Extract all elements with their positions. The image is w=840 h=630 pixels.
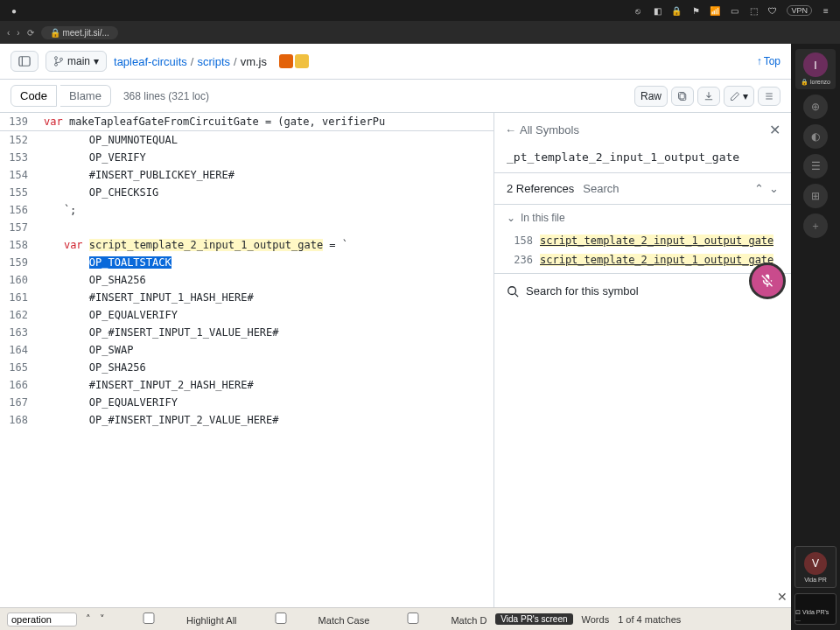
code-view[interactable]: 139 var makeTapleafGateFromCircuitGate =… xyxy=(0,113,494,630)
dock-button[interactable]: ◐ xyxy=(803,124,828,149)
code-line[interactable]: 157 xyxy=(0,219,494,236)
dock-button[interactable]: ☰ xyxy=(803,154,828,178)
code-line[interactable]: 159 OP_TOALTSTACK xyxy=(0,254,494,271)
nav-forward-icon[interactable]: › xyxy=(17,28,19,38)
sticky-context-line[interactable]: 139 var makeTapleafGateFromCircuitGate =… xyxy=(0,113,494,131)
highlight-all-checkbox[interactable]: Highlight All xyxy=(114,612,237,626)
references-header[interactable]: 2 References Search ⌃ ⌄ xyxy=(494,173,791,205)
tray-icon[interactable]: ⎋ xyxy=(633,5,643,16)
match-diacritics-checkbox[interactable]: Match D xyxy=(378,612,486,626)
tray-icon[interactable]: ⚑ xyxy=(690,5,701,16)
next-reference-button[interactable]: ⌄ xyxy=(769,182,779,195)
breadcrumb-repo[interactable]: tapleaf-circuits xyxy=(114,55,187,68)
file-header: main ▾ tapleaf-circuits / scripts / vm.j… xyxy=(0,44,791,80)
search-icon xyxy=(507,285,519,298)
find-input[interactable] xyxy=(7,612,77,626)
side-panel-toggle[interactable] xyxy=(10,51,38,72)
tab-code[interactable]: Code xyxy=(10,85,57,107)
code-line[interactable]: 155 OP_CHECKSIG xyxy=(0,184,494,201)
tab-blame[interactable]: Blame xyxy=(60,85,111,107)
copy-button[interactable] xyxy=(671,87,694,106)
find-match-count: 1 of 4 matches xyxy=(618,614,681,625)
code-line[interactable]: 168 OP_#INSERT_INPUT_2_VALUE_HERE# xyxy=(0,411,494,429)
prev-reference-button[interactable]: ⌃ xyxy=(754,182,764,195)
code-line[interactable]: 167 OP_EQUALVERIFY xyxy=(0,394,494,411)
dock-button[interactable]: ⊞ xyxy=(803,184,828,208)
panel-icon xyxy=(18,55,31,67)
svg-line-8 xyxy=(515,293,519,297)
nav-back-icon[interactable]: ‹ xyxy=(7,28,10,38)
tray-icon[interactable]: ◧ xyxy=(652,5,662,16)
code-line[interactable]: 154 #INSERT_PUBLICKEY_HERE# xyxy=(0,166,494,184)
code-line[interactable]: 156 `; xyxy=(0,201,494,219)
code-text: OP_EQUALVERIFY xyxy=(38,394,178,411)
participant-tile-host[interactable]: l 🔒 lorenzo xyxy=(795,49,836,89)
close-panel-button[interactable]: ✕ xyxy=(769,122,780,138)
tray-battery-icon[interactable]: ▭ xyxy=(729,5,739,16)
tray-icon[interactable]: 🔒 xyxy=(671,5,682,16)
reference-text: script_template_2_input_1_output_gate xyxy=(540,234,774,247)
meeting-sidebar: l 🔒 lorenzo ⊕ ◐ ☰ ⊞ ＋ V Vida PR ⊡ Vida P… xyxy=(791,44,840,630)
svg-point-7 xyxy=(508,286,516,294)
participant-tile[interactable]: V Vida PR xyxy=(794,546,836,588)
tray-wifi-icon[interactable]: 📶 xyxy=(710,5,720,16)
line-number: 165 xyxy=(0,359,38,376)
jump-to-top[interactable]: ↑ Top xyxy=(757,55,780,67)
code-line[interactable]: 165 OP_SHA256 xyxy=(0,359,494,376)
code-line[interactable]: 166 #INSERT_INPUT_2_HASH_HERE# xyxy=(0,376,494,394)
svg-point-3 xyxy=(55,63,58,66)
reference-item[interactable]: 158script_template_2_input_1_output_gate xyxy=(494,231,791,250)
symbols-button[interactable] xyxy=(758,87,780,106)
code-line[interactable]: 153 OP_VERIFY xyxy=(0,149,494,166)
window-controls[interactable]: ● xyxy=(9,5,19,16)
code-text: OP_TOALTSTACK xyxy=(38,254,172,271)
line-number: 162 xyxy=(0,306,38,324)
vpn-indicator[interactable]: VPN xyxy=(787,5,812,16)
code-text: `; xyxy=(38,201,76,219)
code-line[interactable]: 161 #INSERT_INPUT_1_HASH_HERE# xyxy=(0,289,494,306)
back-to-all-symbols[interactable]: ← All Symbols xyxy=(505,123,579,136)
screen-share-thumbnail[interactable]: ⊡ Vida PR's ... xyxy=(794,593,836,625)
avatar: l xyxy=(803,52,828,77)
dock-button[interactable]: ⊕ xyxy=(803,94,828,119)
search-for-symbol[interactable]: Search for this symbol xyxy=(494,273,791,308)
line-number: 161 xyxy=(0,289,38,306)
breadcrumb-folder[interactable]: scripts xyxy=(197,55,230,68)
code-line[interactable]: 158 var script_template_2_input_1_output… xyxy=(0,236,494,254)
svg-point-2 xyxy=(55,57,58,60)
breadcrumb-file: vm.js xyxy=(241,55,267,68)
line-number: 153 xyxy=(0,149,38,166)
code-text: OP_SWAP xyxy=(38,341,133,359)
tray-icon[interactable]: ⬚ xyxy=(748,5,759,16)
edit-button[interactable]: ▾ xyxy=(724,86,754,107)
code-line[interactable]: 152 OP_NUMNOTEQUAL xyxy=(0,131,494,149)
code-line[interactable]: 163 OP_#INSERT_INPUT_1_VALUE_HERE# xyxy=(0,324,494,341)
branch-selector[interactable]: main ▾ xyxy=(46,51,107,72)
line-number: 166 xyxy=(0,376,38,394)
tray-shield-icon[interactable]: 🛡 xyxy=(767,5,778,16)
line-number: 156 xyxy=(0,201,38,219)
url-bar[interactable]: 🔒 meet.jit.si/... xyxy=(41,26,118,39)
code-text: OP_EQUALVERIFY xyxy=(38,306,178,324)
mic-muted-indicator[interactable] xyxy=(749,262,786,299)
code-line[interactable]: 162 OP_EQUALVERIFY xyxy=(0,306,494,324)
find-next-button[interactable]: ˅ xyxy=(100,613,105,625)
raw-button[interactable]: Raw xyxy=(634,86,668,107)
code-text: #INSERT_INPUT_2_HASH_HERE# xyxy=(38,376,254,394)
download-button[interactable] xyxy=(697,87,720,106)
nav-reload-icon[interactable]: ⟳ xyxy=(27,28,34,38)
find-prev-button[interactable]: ˄ xyxy=(86,613,91,625)
code-text: OP_SHA256 xyxy=(38,271,146,289)
reference-item[interactable]: 236script_template_2_input_1_output_gate xyxy=(494,250,791,270)
close-icon[interactable]: ✕ xyxy=(777,590,788,604)
code-line[interactable]: 164 OP_SWAP xyxy=(0,341,494,359)
code-line[interactable]: 160 OP_SHA256 xyxy=(0,271,494,289)
line-number: 163 xyxy=(0,324,38,341)
in-this-file-section[interactable]: ⌄ In this file xyxy=(494,205,791,231)
line-number: 155 xyxy=(0,184,38,201)
line-number: 158 xyxy=(0,236,38,254)
tray-menu-icon[interactable]: ≡ xyxy=(821,5,831,16)
match-case-checkbox[interactable]: Match Case xyxy=(246,612,370,626)
line-number: 139 xyxy=(0,113,38,130)
dock-button[interactable]: ＋ xyxy=(803,214,828,238)
